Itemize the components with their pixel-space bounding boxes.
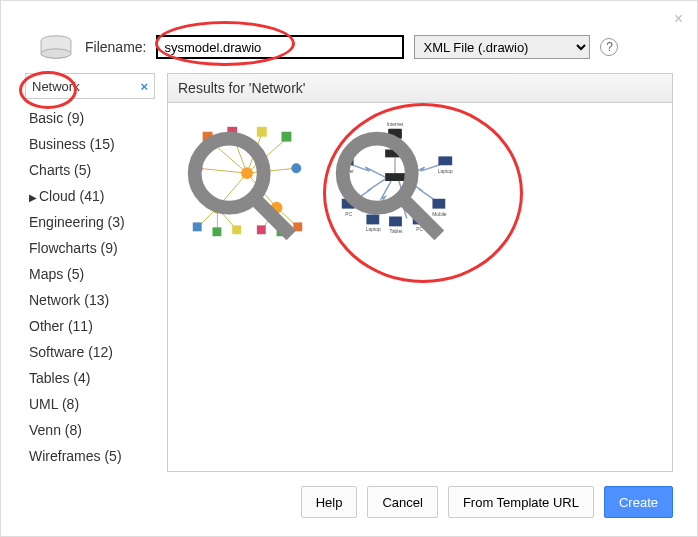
results-body: Internet Firewall	[168, 103, 672, 471]
category-item[interactable]: Network (13)	[25, 287, 154, 313]
category-label: UML (8)	[29, 396, 79, 412]
from-template-url-button[interactable]: From Template URL	[448, 486, 594, 518]
new-diagram-dialog: × Filename: XML File (.drawio) ? Network…	[0, 0, 698, 537]
category-item[interactable]: Software (12)	[25, 339, 154, 365]
svg-point-2	[195, 139, 264, 208]
help-button[interactable]: Help	[301, 486, 358, 518]
category-item[interactable]: Other (11)	[25, 313, 154, 339]
magnify-icon[interactable]	[321, 118, 461, 256]
create-button[interactable]: Create	[604, 486, 673, 518]
category-label: Other (11)	[29, 318, 93, 334]
category-label: Flowcharts (9)	[29, 240, 118, 256]
category-label: Basic (9)	[29, 110, 84, 126]
category-item[interactable]: Maps (5)	[25, 261, 154, 287]
svg-line-34	[405, 201, 440, 236]
category-label: Maps (5)	[29, 266, 84, 282]
category-item[interactable]: UML (8)	[25, 391, 154, 417]
clear-search-icon[interactable]: ×	[140, 79, 148, 94]
template-thumbnail[interactable]	[176, 113, 318, 253]
category-item[interactable]: Wireframes (5)	[25, 443, 154, 469]
category-item[interactable]: Basic (9)	[25, 105, 154, 131]
category-item[interactable]: ▶Cloud (41)	[25, 183, 154, 209]
category-label: Business (15)	[29, 136, 115, 152]
search-value: Network	[32, 79, 80, 94]
svg-point-33	[343, 139, 412, 208]
category-label: Software (12)	[29, 344, 113, 360]
cancel-button[interactable]: Cancel	[367, 486, 437, 518]
category-item[interactable]: Venn (8)	[25, 417, 154, 443]
help-icon[interactable]: ?	[600, 38, 618, 56]
category-label: Wireframes (5)	[29, 448, 122, 464]
dialog-footer: Help Cancel From Template URL Create	[25, 472, 673, 518]
close-icon[interactable]: ×	[674, 11, 683, 27]
filename-row: Filename: XML File (.drawio) ?	[37, 33, 673, 61]
category-label: Venn (8)	[29, 422, 82, 438]
template-search-input[interactable]: Network ×	[25, 73, 155, 99]
category-item[interactable]: Charts (5)	[25, 157, 154, 183]
filename-input[interactable]	[156, 35, 404, 59]
filename-label: Filename:	[85, 39, 146, 55]
category-list[interactable]: Basic (9)Business (15)Charts (5)▶Cloud (…	[25, 105, 155, 469]
category-label: Engineering (3)	[29, 214, 125, 230]
category-item[interactable]: Tables (4)	[25, 365, 154, 391]
category-item[interactable]: Flowcharts (9)	[25, 235, 154, 261]
category-label: Cloud (41)	[39, 188, 104, 204]
category-label: Tables (4)	[29, 370, 90, 386]
category-label: Charts (5)	[29, 162, 91, 178]
results-panel: Results for 'Network'	[167, 73, 673, 472]
template-thumbnail[interactable]: Internet Firewall	[324, 113, 466, 253]
filetype-select[interactable]: XML File (.drawio)	[414, 35, 590, 59]
main-area: Network × Basic (9)Business (15)Charts (…	[25, 73, 673, 472]
category-item[interactable]: Business (15)	[25, 131, 154, 157]
disk-icon	[37, 33, 75, 61]
magnify-icon[interactable]	[173, 118, 313, 256]
category-label: Network (13)	[29, 292, 109, 308]
svg-point-1	[41, 49, 71, 58]
category-item[interactable]: Engineering (3)	[25, 209, 154, 235]
results-header: Results for 'Network'	[168, 74, 672, 103]
template-sidebar: Network × Basic (9)Business (15)Charts (…	[25, 73, 155, 472]
expand-arrow-icon: ▶	[29, 192, 37, 203]
svg-line-3	[257, 201, 292, 236]
